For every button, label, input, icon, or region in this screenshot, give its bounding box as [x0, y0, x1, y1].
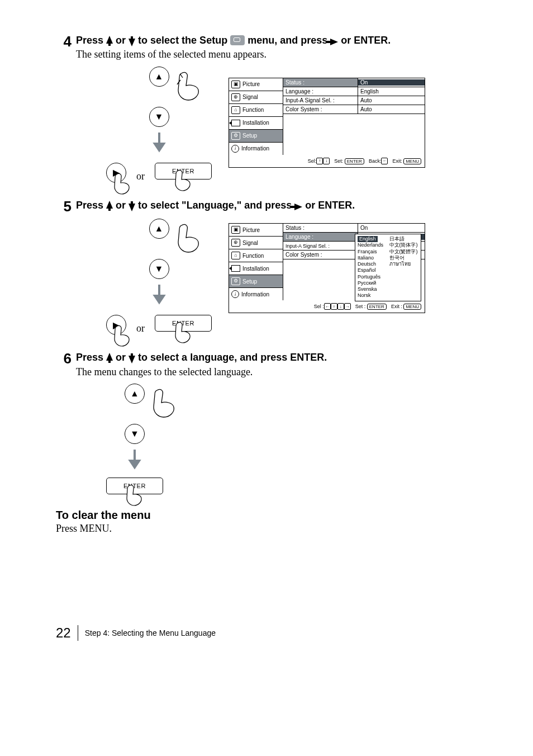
t: or	[116, 35, 129, 46]
clear-menu-body: Press MENU.	[56, 522, 484, 536]
lang-chinese-traditional: 中文(繁體字)	[389, 249, 419, 255]
t: to select the Setup	[138, 35, 230, 46]
lang-japanese: 日本語	[389, 236, 419, 242]
menu-item-signal: ⊕Signal	[229, 91, 283, 104]
or-label: or	[136, 163, 145, 182]
step-4: 4 Press or to select the Setup menu, and…	[56, 34, 484, 62]
step-number: 5	[56, 199, 72, 215]
step-6-instruction: Press or to select a language, and press…	[76, 351, 484, 365]
setup-icon	[230, 35, 245, 45]
cursor-up-button-icon: ▲	[125, 384, 145, 404]
step-5-instruction: Press or to select "Language," and press…	[76, 199, 484, 212]
step-5: 5 Press or to select "Language," and pre…	[56, 199, 484, 215]
t: or	[116, 352, 129, 363]
down-arrow-icon	[129, 351, 135, 365]
t: Press	[76, 35, 106, 46]
or-label: or	[136, 315, 145, 334]
t: to select "Language," and press	[138, 200, 294, 211]
up-arrow-icon	[106, 199, 113, 212]
t: or ENTER.	[305, 200, 355, 211]
language-dropdown: English Nederlands Français Italiano Deu…	[355, 234, 421, 301]
lang-thai: ภาษาไทย	[389, 261, 419, 267]
step-4-subtext: The setting items of the selected menu a…	[76, 48, 484, 62]
hand-press-icon	[147, 387, 180, 420]
step-5-illustration: ▲ ▼ ▶ or ENTER	[56, 219, 484, 335]
lang-russkiy: Русский	[358, 280, 387, 286]
cursor-down-button-icon: ▼	[125, 424, 145, 444]
hand-press-icon: ▶	[106, 163, 126, 183]
lang-svenska: Svenska	[358, 286, 387, 292]
flow-down-arrow-icon	[153, 133, 166, 155]
lang-deutsch: Deutsch	[358, 261, 387, 267]
t: menu, and press	[248, 35, 330, 46]
lang-norsk: Norsk	[358, 292, 387, 299]
right-arrow-icon	[294, 199, 302, 212]
kv-input-a: Input-A Signal Sel. :Auto	[283, 96, 425, 105]
lang-chinese-simplified: 中文(简体字)	[389, 242, 419, 248]
page-number: 22	[56, 625, 71, 641]
menu-item-installation: Installation	[229, 262, 283, 275]
lang-nederlands: Nederlands	[358, 242, 387, 248]
menu-item-function: ⌂Function	[229, 249, 283, 262]
lang-portugues: Português	[358, 274, 387, 280]
menu-item-picture: ▣Picture	[229, 78, 283, 91]
osd-footer-hints: Sel:↑↓ Set: ENTER Back:← Exit: MENU	[229, 155, 425, 167]
menu-item-function: ⌂Function	[229, 104, 283, 117]
hand-press-icon	[172, 70, 205, 103]
down-arrow-icon	[129, 199, 135, 212]
cursor-up-button-icon: ▲	[149, 67, 169, 87]
menu-item-setup: ⚙Setup	[229, 275, 283, 288]
hand-press-icon: ▶	[106, 315, 126, 335]
menu-item-setup: ⚙Setup	[229, 130, 283, 143]
lang-english: English	[358, 236, 378, 242]
up-arrow-icon	[106, 34, 113, 48]
t: Press	[76, 200, 106, 211]
flow-down-arrow-icon	[128, 450, 141, 472]
lang-korean: 한국어	[389, 255, 419, 261]
lang-francais: Français	[358, 249, 387, 255]
step-4-instruction: Press or to select the Setup menu, and p…	[76, 34, 484, 48]
osd-menu-language: ▣Picture ⊕Signal ⌂Function Installation …	[229, 223, 425, 313]
kv-status: Status :On	[283, 224, 425, 233]
step-number: 6	[56, 351, 72, 367]
page-footer: 22 Step 4: Selecting the Menu Language	[56, 625, 484, 641]
right-arrow-icon	[330, 34, 338, 48]
step-6-illustration: ▲ ▼ ENTER	[56, 384, 484, 494]
osd-menu-setup: ▣Picture ⊕Signal ⌂Function Installation …	[229, 78, 425, 168]
menu-item-information: iInformation	[229, 288, 283, 300]
clear-menu-heading: To clear the menu	[56, 509, 484, 522]
t: or	[116, 200, 129, 211]
lang-italiano: Italiano	[358, 255, 387, 261]
step-6: 6 Press or to select a language, and pre…	[56, 351, 484, 379]
kv-status: Status :On	[283, 78, 425, 87]
up-arrow-icon	[106, 351, 113, 365]
menu-item-signal: ⊕Signal	[229, 237, 283, 249]
menu-item-installation: Installation	[229, 117, 283, 130]
footer-divider	[78, 625, 78, 641]
t: to select a language, and press ENTER.	[138, 352, 327, 363]
cursor-down-button-icon: ▼	[149, 107, 169, 127]
cursor-up-button-icon: ▲	[149, 219, 169, 239]
lang-espanol: Español	[358, 267, 387, 273]
kv-language: Language :English	[283, 87, 425, 96]
t: or ENTER.	[341, 35, 391, 46]
step-number: 4	[56, 34, 72, 50]
hand-press-icon	[172, 222, 205, 256]
step-6-subtext: The menu changes to the selected languag…	[76, 365, 484, 379]
flow-down-arrow-icon	[153, 285, 166, 307]
step-4-illustration: ▲ ▼ ▶ or ENTER	[56, 67, 484, 183]
menu-item-picture: ▣Picture	[229, 224, 283, 237]
down-arrow-icon	[129, 34, 135, 48]
hand-press-icon	[122, 483, 146, 508]
menu-item-information: iInformation	[229, 143, 283, 155]
cursor-down-button-icon: ▼	[149, 259, 169, 279]
hand-press-icon	[170, 320, 195, 345]
footer-title: Step 4: Selecting the Menu Language	[85, 629, 216, 637]
kv-color-system: Color System :Auto	[283, 105, 425, 114]
hand-press-icon	[170, 168, 195, 193]
t: Press	[76, 352, 106, 363]
osd-footer-hints: Sel :←↑↓→ Set : ENTER Exit : MENU	[229, 300, 425, 313]
